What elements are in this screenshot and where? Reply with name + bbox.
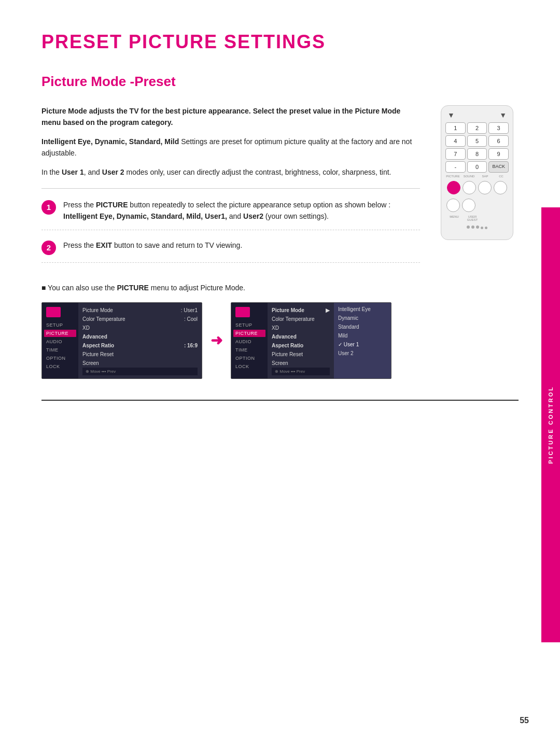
btn-8[interactable]: 8 <box>467 148 487 160</box>
label-screen: Screen <box>82 360 99 366</box>
btn-0[interactable]: 0 <box>467 161 487 173</box>
label-picture-mode: Picture Mode <box>82 307 113 313</box>
menu-right: SETUP PICTURE AUDIO TIME OPTION LOCK Pic… <box>231 302 391 379</box>
menu-right-option: OPTION <box>233 355 265 362</box>
btn-back[interactable]: BACK <box>488 161 509 173</box>
menu-right-row-reset: Picture Reset <box>272 350 330 359</box>
menu-screenshots: SETUP PICTURE AUDIO TIME OPTION LOCK Pic… <box>41 302 519 379</box>
sidebar-option: OPTION <box>44 355 76 362</box>
btn-4[interactable]: 4 <box>445 135 466 147</box>
submenu-standard: Standard <box>334 322 391 331</box>
menu-right-row-advanced: Advanced <box>272 332 330 341</box>
btn-7[interactable]: 7 <box>445 148 466 160</box>
remote-control: ▼ ▼ 1 2 3 4 5 6 7 8 9 - 0 BACK <box>441 105 513 240</box>
sidebar-audio: AUDIO <box>44 338 76 345</box>
arrow-right: ▼ <box>499 111 507 119</box>
menu-right-footer: ⊕ Move ▪▪▪ Prev <box>272 368 330 375</box>
menu-row-aspect: Aspect Ratio : 16:9 <box>82 341 198 350</box>
remote-nav-dots <box>445 226 509 229</box>
btn-3[interactable]: 3 <box>488 122 509 134</box>
menu-logo-img <box>46 307 61 317</box>
nav-dot-4 <box>481 227 483 229</box>
sidebar-lock: LOCK <box>44 363 76 370</box>
intro-para-3: In the User 1, and User 2 modes only, us… <box>41 166 420 178</box>
side-tab-container: PICTURE CONTROL <box>541 207 560 642</box>
page-title: PRESET PICTURE SETTINGS <box>41 31 519 53</box>
intro-para-1: Picture Mode adjusts the TV for the best… <box>41 105 420 129</box>
menu-right-value-picture: ▶ <box>326 307 330 313</box>
step-1: 1 Press the PICTURE button repeatedly to… <box>41 199 420 230</box>
submenu-mild: Mild <box>334 331 391 340</box>
label-picture: PICTURE <box>445 175 460 178</box>
btn-user-guest[interactable] <box>462 199 475 212</box>
value-aspect: : 16:9 <box>184 343 198 348</box>
label-advanced: Advanced <box>82 334 107 340</box>
label-picture-reset: Picture Reset <box>82 351 114 357</box>
nav-dot-3 <box>476 226 479 229</box>
nav-dot-1 <box>467 226 470 229</box>
btn-6[interactable]: 6 <box>488 135 509 147</box>
intro-para-2: Intelligent Eye, Dynamic, Standard, Mild… <box>41 136 420 159</box>
label-aspect: Aspect Ratio <box>82 343 114 348</box>
submenu: Intelligent Eye Dynamic Standard Mild Us… <box>334 303 391 378</box>
label-color-temp: Color Temperature <box>82 316 125 322</box>
step-2-text: Press the EXIT button to save and return… <box>63 240 242 251</box>
menu-row-picture-mode: Picture Mode : User1 <box>82 306 198 315</box>
menu-row-advanced: Advanced <box>82 332 198 341</box>
value-picture-mode: : User1 <box>181 307 198 313</box>
remote-numpad: 1 2 3 4 5 6 7 8 9 - 0 BACK <box>445 122 509 173</box>
menu-right-label-advanced: Advanced <box>272 334 297 340</box>
menu-logo <box>44 306 76 318</box>
arrow-divider: ➜ <box>211 332 222 349</box>
menu-left-footer: ⊕ Move ▪▪▪ Prev <box>82 368 198 375</box>
menu-right-inner: SETUP PICTURE AUDIO TIME OPTION LOCK Pic… <box>231 303 391 378</box>
label-cc: CC <box>494 175 509 178</box>
menu-right-row-picture-mode: Picture Mode ▶ <box>272 306 330 315</box>
menu-right-audio: AUDIO <box>233 338 265 345</box>
step-2: 2 Press the EXIT button to save and retu… <box>41 240 420 263</box>
submenu-intelligent-eye: Intelligent Eye <box>334 305 391 314</box>
menu-right-label-color: Color Temperature <box>272 316 315 322</box>
menu-right-logo-img <box>235 307 250 317</box>
btn-2[interactable]: 2 <box>467 122 487 134</box>
btn-1[interactable]: 1 <box>445 122 466 134</box>
menu-row-xd: XD <box>82 323 198 332</box>
menu-right-setup: SETUP <box>233 321 265 329</box>
menu-row-color-temp: Color Temperature : Cool <box>82 315 198 323</box>
nav-dot-5 <box>485 227 487 229</box>
label-sound: SOUND <box>461 175 477 178</box>
steps-section: 1 Press the PICTURE button repeatedly to… <box>41 199 420 263</box>
btn-5[interactable]: 5 <box>467 135 487 147</box>
label-xd: XD <box>82 325 90 331</box>
btn-9[interactable]: 9 <box>488 148 509 160</box>
page-number: 55 <box>520 716 529 725</box>
sidebar-setup: SETUP <box>44 321 76 329</box>
btn-picture[interactable] <box>447 181 460 194</box>
remote-top-arrows: ▼ ▼ <box>445 111 509 119</box>
arrow-left: ▼ <box>447 111 455 119</box>
label-sap: SAP <box>478 175 493 178</box>
btn-cc[interactable] <box>494 181 507 194</box>
btn-sound[interactable] <box>463 181 476 194</box>
remote-icon-row-1 <box>445 181 509 194</box>
menu-right-label-screen: Screen <box>272 360 288 366</box>
remote-menu-row <box>445 196 509 214</box>
btn-dash[interactable]: - <box>445 161 466 173</box>
menu-row-screen: Screen <box>82 359 198 368</box>
menu-right-row-color: Color Temperature <box>272 315 330 323</box>
submenu-user1: User 1 <box>334 340 391 349</box>
sidebar-time: TIME <box>44 346 76 354</box>
nav-dot-2 <box>471 226 474 229</box>
btn-menu[interactable] <box>446 199 460 212</box>
menu-right-main: Picture Mode ▶ Color Temperature XD Adva… <box>268 303 334 378</box>
section-title: Picture Mode -Preset <box>41 74 519 90</box>
step-1-number: 1 <box>41 200 56 215</box>
menu-right-row-aspect: Aspect Ratio <box>272 341 330 350</box>
sidebar-picture-active: PICTURE <box>44 330 76 337</box>
submenu-user2: User 2 <box>334 349 391 358</box>
btn-sap[interactable] <box>478 181 492 194</box>
remote-labels-row: PICTURE SOUND SAP CC <box>445 175 509 178</box>
bottom-divider <box>41 400 519 401</box>
submenu-dynamic: Dynamic <box>334 314 391 322</box>
menu-right-label-xd: XD <box>272 325 279 331</box>
